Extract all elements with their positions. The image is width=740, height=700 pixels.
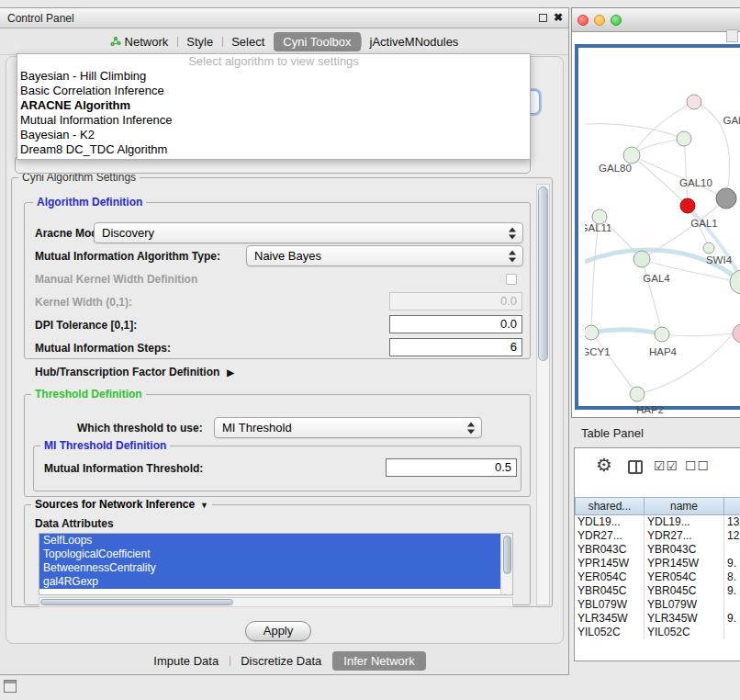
tab-discretize-data[interactable]: Discretize Data [230, 651, 332, 671]
gear-icon[interactable]: ⚙ [596, 454, 612, 476]
mi-algorithm-type-label: Mutual Information Algorithm Type: [35, 250, 220, 263]
network-node[interactable] [655, 327, 669, 342]
node-label: GAL11 [585, 222, 611, 233]
scrollbar-thumb[interactable] [503, 536, 511, 574]
table-cell: YER054C [645, 570, 724, 584]
algorithm-dropdown-items: Bayesian - Hill ClimbingBasic Correlatio… [17, 69, 530, 157]
table-row[interactable]: YBL079WYBL079W [575, 598, 740, 612]
table-row[interactable]: YLR345WYLR345W9. [575, 612, 740, 626]
tab-label: Select [231, 35, 264, 49]
which-threshold-select[interactable]: MI Threshold [214, 417, 482, 438]
kernel-width-field[interactable]: 0.0 [389, 292, 522, 310]
tab-infer-network[interactable]: Infer Network [332, 651, 425, 671]
mi-algorithm-type-value: Naive Bayes [254, 249, 321, 263]
algorithm-option[interactable]: Basic Correlation Inference [17, 84, 530, 98]
algorithm-option[interactable]: Dream8 DC_TDC Algorithm [17, 142, 530, 157]
network-canvas-frame: GALGAL80GAL10GAL11GAL1SWI4GAL4GCY1HAP4HA… [575, 44, 740, 410]
attribute-list-item[interactable]: SelfLoops [39, 534, 500, 548]
hub-section-toggle[interactable]: Hub/Transcription Factor Definition▶ [35, 366, 234, 378]
algorithm-option[interactable]: Bayesian - K2 [17, 128, 530, 142]
algorithm-option[interactable]: ARACNE Algorithm [17, 98, 530, 113]
table-row[interactable]: YBR043CYBR043C [575, 543, 740, 557]
apply-button[interactable]: Apply [245, 621, 311, 641]
network-node[interactable] [623, 147, 640, 164]
table-row[interactable]: YPR145WYPR145W9. [575, 557, 740, 570]
which-threshold-label: Which threshold to use: [77, 422, 203, 435]
clear-selection-icon[interactable]: ☐☐ [685, 458, 710, 473]
zoom-traffic-light-icon[interactable] [611, 15, 622, 26]
close-traffic-light-icon[interactable] [577, 15, 589, 26]
table-cell: YBR045C [575, 584, 645, 598]
table-row[interactable]: YIL052CYIL052C [575, 626, 740, 639]
network-node[interactable] [585, 325, 599, 340]
select-all-icon[interactable]: ☑☑ [654, 458, 678, 473]
table-cell: 9. [724, 557, 740, 570]
table-cell: 9. [724, 612, 740, 626]
scrollbar-thumb[interactable] [40, 599, 233, 605]
attribute-list-item[interactable]: BetweennessCentrality [39, 561, 500, 575]
network-node[interactable] [630, 387, 645, 401]
network-edge [585, 124, 684, 139]
attributes-scrollbar[interactable] [500, 534, 512, 594]
show-columns-icon[interactable] [628, 460, 643, 474]
mi-steps-field[interactable]: 6 [389, 338, 522, 356]
algorithm-definition-title: Algorithm Definition [33, 196, 146, 209]
aracne-mode-select[interactable]: Discovery [94, 222, 523, 243]
network-canvas[interactable]: GALGAL80GAL10GAL11GAL1SWI4GAL4GCY1HAP4HA… [585, 87, 740, 418]
settings-scrollbar[interactable] [536, 184, 550, 605]
tab-label: Style [186, 35, 213, 49]
network-node[interactable] [716, 188, 736, 209]
network-node[interactable] [687, 95, 701, 109]
network-node[interactable] [677, 131, 691, 146]
tab-cyni-toolbox[interactable]: Cyni Toolbox [274, 32, 360, 51]
table-cell: YBL079W [645, 598, 724, 612]
network-edge [637, 333, 733, 394]
table-cell: YDR27... [645, 529, 724, 543]
table-row[interactable]: YDR27...YDR27...12 [575, 529, 740, 543]
node-label: GAL80 [599, 163, 632, 174]
aracne-mode-value: Discovery [102, 226, 154, 240]
column-header[interactable] [724, 497, 740, 515]
network-scrollbar-button[interactable] [726, 29, 738, 42]
table-row[interactable]: YDL19...YDL19...13 [575, 515, 740, 529]
algorithm-option[interactable]: Bayesian - Hill Climbing [17, 69, 530, 84]
tab-style[interactable]: Style [177, 32, 222, 51]
network-node[interactable] [733, 324, 740, 343]
table-cell: YBL079W [575, 598, 645, 612]
network-node[interactable] [703, 243, 714, 254]
table-cell: 8. [724, 570, 740, 584]
table-row[interactable]: YER054CYER054C8. [575, 570, 740, 584]
tab-jactivemnodules[interactable]: jActiveMNodules [361, 32, 468, 51]
data-attributes-list[interactable]: SelfLoopsTopologicalCoefficientBetweenne… [39, 533, 513, 595]
mi-threshold-field[interactable]: 0.5 [386, 458, 517, 477]
network-window-titlebar[interactable] [572, 8, 740, 32]
mi-algorithm-type-select[interactable]: Naive Bayes [246, 245, 523, 266]
network-node[interactable] [680, 198, 695, 213]
network-node[interactable] [633, 251, 650, 267]
minimize-traffic-light-icon[interactable] [594, 15, 605, 26]
dpi-tolerance-field[interactable]: 0.0 [389, 315, 522, 333]
attribute-list-item[interactable]: TopologicalCoefficient [39, 548, 500, 561]
control-panel-titlebar[interactable]: Control Panel ✖ [0, 8, 568, 28]
table-cell: YBR043C [575, 543, 645, 557]
close-window-icon[interactable]: ✖ [554, 11, 563, 24]
tab-select[interactable]: Select [222, 32, 274, 51]
scrollbar-thumb[interactable] [538, 186, 548, 361]
column-header[interactable]: name [645, 497, 724, 515]
tab-impute-data[interactable]: Impute Data [142, 651, 230, 671]
attribute-list-item[interactable]: gal4RGexp [39, 575, 500, 589]
sources-section-toggle[interactable]: Sources for Network Inference▼ [31, 498, 212, 511]
attributes-horizontal-scrollbar[interactable] [39, 597, 513, 607]
table-row[interactable]: YBR045CYBR045C9. [575, 584, 740, 598]
node-label: GCY1 [585, 346, 611, 357]
algorithm-option[interactable]: Mutual Information Inference [17, 113, 530, 128]
float-window-icon[interactable] [539, 14, 547, 22]
restore-panel-icon[interactable] [4, 680, 17, 693]
collapsed-arrow-icon: ▶ [227, 367, 234, 378]
manual-kernel-width-checkbox[interactable] [506, 274, 517, 285]
network-edge [642, 259, 662, 334]
column-header[interactable]: shared... [575, 497, 645, 515]
node-label: HAP4 [649, 346, 678, 357]
tab-network[interactable]: Network [101, 32, 178, 51]
bottom-tab-bar: Impute Data Discretize Data Infer Networ… [0, 651, 568, 671]
